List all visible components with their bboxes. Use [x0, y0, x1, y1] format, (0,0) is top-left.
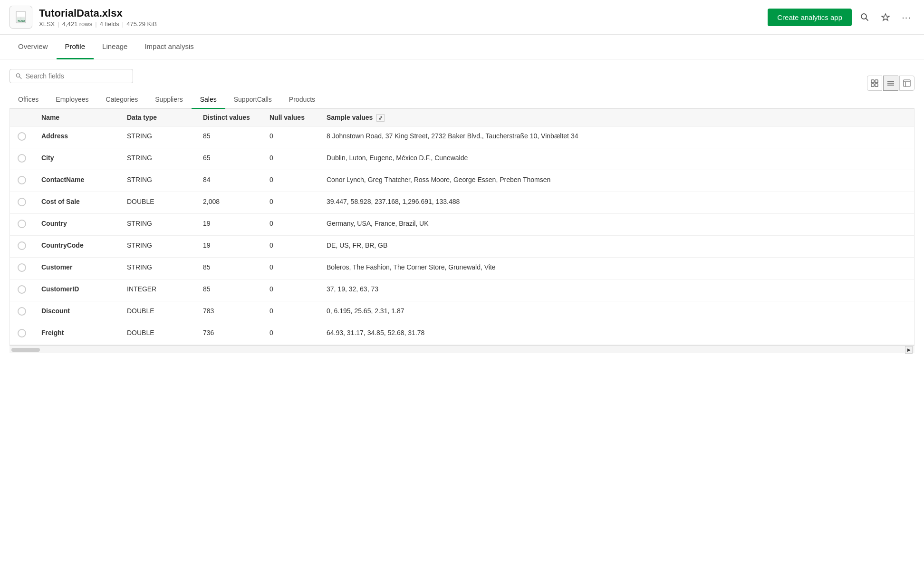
row-checkbox[interactable]: [18, 241, 26, 250]
file-type: XLSX: [39, 20, 55, 28]
row-checkbox-cell: [10, 214, 34, 236]
svg-rect-12: [871, 84, 874, 87]
row-checkbox[interactable]: [18, 307, 26, 316]
main-tabs-bar: Overview Profile Lineage Impact analysis: [0, 35, 924, 59]
row-distinct-values: 19: [195, 236, 262, 258]
tab-profile[interactable]: Profile: [57, 35, 94, 59]
expand-sample-icon[interactable]: ⤢: [376, 114, 385, 122]
col-header-null-values[interactable]: Null values: [262, 109, 319, 126]
row-checkbox-cell: [10, 323, 34, 345]
create-analytics-app-button[interactable]: Create analytics app: [768, 9, 852, 26]
row-name: City: [34, 148, 119, 170]
table-row: Freight DOUBLE 736 0 64.93, 31.17, 34.85…: [10, 323, 914, 345]
sheet-tab-sales[interactable]: Sales: [192, 91, 225, 109]
col-header-checkbox: [10, 109, 34, 126]
search-button[interactable]: [857, 9, 873, 25]
tab-impact-analysis[interactable]: Impact analysis: [136, 35, 202, 59]
row-sample-values: Germany, USA, France, Brazil, UK: [319, 214, 914, 236]
detail-view-button[interactable]: [899, 76, 914, 91]
table-row: City STRING 65 0 Dublin, Luton, Eugene, …: [10, 148, 914, 170]
col-header-name[interactable]: Name: [34, 109, 119, 126]
row-distinct-values: 84: [195, 170, 262, 192]
col-header-distinct-values[interactable]: Distinct values: [195, 109, 262, 126]
sheet-tab-supportcalls[interactable]: SupportCalls: [225, 91, 280, 109]
row-distinct-values: 65: [195, 148, 262, 170]
row-data-type: STRING: [119, 126, 195, 148]
app-header: XLSX TutorialData.xlsx XLSX | 4,421 rows…: [0, 0, 924, 35]
col-header-data-type[interactable]: Data type: [119, 109, 195, 126]
row-name: Customer: [34, 258, 119, 279]
row-distinct-values: 85: [195, 126, 262, 148]
row-null-values: 0: [262, 214, 319, 236]
row-sample-values: Dublin, Luton, Eugene, México D.F., Cune…: [319, 148, 914, 170]
row-checkbox[interactable]: [18, 154, 26, 163]
sheet-tab-categories[interactable]: Categories: [97, 91, 147, 109]
row-distinct-values: 736: [195, 323, 262, 345]
row-checkbox[interactable]: [18, 285, 26, 294]
svg-text:XLSX: XLSX: [18, 19, 25, 22]
table-row: CountryCode STRING 19 0 DE, US, FR, BR, …: [10, 236, 914, 258]
search-input[interactable]: [26, 72, 127, 80]
view-toggle: [867, 76, 914, 91]
table-row: CustomerID INTEGER 85 0 37, 19, 32, 63, …: [10, 279, 914, 301]
row-data-type: STRING: [119, 170, 195, 192]
row-checkbox-cell: [10, 301, 34, 323]
row-name: Country: [34, 214, 119, 236]
search-icon: [860, 13, 869, 21]
list-view-button[interactable]: [883, 76, 898, 91]
row-checkbox-cell: [10, 279, 34, 301]
row-checkbox[interactable]: [18, 220, 26, 228]
row-null-values: 0: [262, 148, 319, 170]
search-bar: [10, 69, 133, 83]
more-options-button[interactable]: ···: [898, 9, 914, 25]
row-checkbox[interactable]: [18, 263, 26, 272]
row-checkbox-cell: [10, 170, 34, 192]
row-checkbox[interactable]: [18, 176, 26, 184]
tab-overview[interactable]: Overview: [10, 35, 57, 59]
table-row: ContactName STRING 84 0 Conor Lynch, Gre…: [10, 170, 914, 192]
row-distinct-values: 783: [195, 301, 262, 323]
row-checkbox-cell: [10, 236, 34, 258]
grid-view-button[interactable]: [867, 76, 882, 91]
svg-rect-13: [875, 84, 878, 87]
grid-view-icon: [871, 79, 878, 87]
row-name: CustomerID: [34, 279, 119, 301]
col-header-sample-values[interactable]: Sample values ⤢: [319, 109, 914, 126]
search-bar-icon: [16, 73, 22, 79]
row-distinct-values: 85: [195, 258, 262, 279]
row-sample-values: 64.93, 31.17, 34.85, 52.68, 31.78: [319, 323, 914, 345]
file-meta: XLSX | 4,421 rows | 4 fields | 475.29 Ki…: [39, 20, 768, 28]
table-wrapper: Name Data type Distinct values Null valu…: [10, 109, 914, 346]
row-null-values: 0: [262, 126, 319, 148]
tab-lineage[interactable]: Lineage: [94, 35, 136, 59]
sheet-tab-products[interactable]: Products: [280, 91, 324, 109]
data-table: Name Data type Distinct values Null valu…: [10, 109, 914, 345]
svg-line-6: [866, 19, 868, 21]
star-button[interactable]: [877, 9, 894, 25]
row-null-values: 0: [262, 301, 319, 323]
sheet-tab-suppliers[interactable]: Suppliers: [146, 91, 191, 109]
row-sample-values: 8 Johnstown Road, 37 King Street, 2732 B…: [319, 126, 914, 148]
row-checkbox-cell: [10, 258, 34, 279]
svg-rect-11: [875, 80, 878, 83]
row-checkbox[interactable]: [18, 198, 26, 206]
table-row: Discount DOUBLE 783 0 0, 6.195, 25.65, 2…: [10, 301, 914, 323]
table-row: Cost of Sale DOUBLE 2,008 0 39.447, 58.9…: [10, 192, 914, 214]
row-data-type: STRING: [119, 214, 195, 236]
row-name: Address: [34, 126, 119, 148]
file-rows: 4,421 rows: [62, 20, 93, 28]
row-checkbox[interactable]: [18, 329, 26, 337]
row-null-values: 0: [262, 279, 319, 301]
more-options-icon: ···: [902, 12, 911, 23]
svg-rect-17: [904, 80, 910, 87]
file-icon: XLSX: [10, 6, 32, 29]
row-null-values: 0: [262, 258, 319, 279]
header-actions: Create analytics app ···: [768, 9, 914, 26]
row-checkbox[interactable]: [18, 132, 26, 141]
table-row: Address STRING 85 0 8 Johnstown Road, 37…: [10, 126, 914, 148]
sheet-tab-employees[interactable]: Employees: [47, 91, 97, 109]
svg-marker-7: [882, 14, 889, 20]
row-sample-values: 39.447, 58.928, 237.168, 1,296.691, 133.…: [319, 192, 914, 214]
sheet-tab-offices[interactable]: Offices: [10, 91, 47, 109]
scroll-right-button[interactable]: ▶: [905, 346, 913, 354]
